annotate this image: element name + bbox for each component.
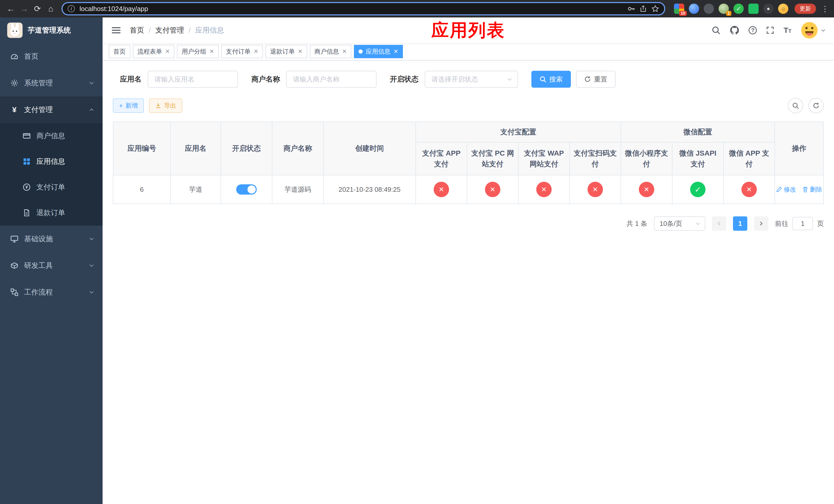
col-group-wechat: 微信配置 — [621, 122, 775, 142]
col-header-wx-app: 微信 APP 支付 — [723, 142, 775, 175]
share-icon[interactable] — [640, 5, 647, 12]
profile-badge: 1 — [726, 11, 731, 16]
alipay-pc-status-off-icon: ✕ — [485, 182, 500, 197]
url-text[interactable]: localhost:1024/pay/app — [80, 5, 623, 13]
cell-id: 6 — [113, 175, 171, 204]
sidebar-item-app-info[interactable]: 应用信息 — [0, 149, 103, 174]
cell-created: 2021-10-23 08:49:25 — [323, 175, 416, 204]
extension-pin-icon[interactable]: ● — [763, 4, 773, 14]
page-size-select[interactable]: 10条/页 — [654, 216, 705, 231]
search-icon[interactable] — [712, 26, 720, 35]
font-size-icon[interactable]: TT — [784, 26, 791, 35]
github-icon[interactable] — [730, 25, 739, 35]
sidebar-item-refund-order[interactable]: 退款订单 — [0, 200, 103, 226]
tag-home[interactable]: 首页 — [109, 45, 130, 58]
sidebar-item-pay-order[interactable]: 支付订单 — [0, 174, 103, 200]
sidebar-item-label: 系统管理 — [24, 78, 53, 88]
delete-button[interactable]: 删除 — [802, 185, 822, 193]
dashboard-icon — [10, 52, 19, 61]
total-count: 共 1 条 — [627, 219, 647, 228]
fullscreen-icon[interactable] — [766, 26, 774, 35]
bank-card-icon — [23, 132, 31, 140]
add-button[interactable]: + 新增 — [113, 98, 144, 113]
search-button[interactable]: 搜索 — [531, 71, 571, 88]
tag-refund-order[interactable]: 退款订单✕ — [265, 45, 307, 58]
toolbox-icon — [10, 261, 19, 270]
extension-dark-icon[interactable] — [704, 4, 714, 14]
next-page-button[interactable] — [754, 216, 768, 231]
alipay-app-status-off-icon: ✕ — [434, 182, 449, 197]
close-icon[interactable]: ✕ — [393, 49, 398, 54]
col-header-name: 应用名 — [171, 122, 221, 175]
reset-button[interactable]: 重置 — [576, 71, 615, 88]
wx-app-status-off-icon: ✕ — [741, 182, 757, 197]
col-group-alipay: 支付宝配置 — [416, 122, 621, 142]
browser-update-button[interactable]: 更新 — [794, 4, 816, 14]
sidebar-menu: 首页 系统管理 ¥ 支付管理 — [0, 43, 103, 305]
navbar-actions: ? TT — [712, 22, 826, 39]
extension-drop-icon[interactable] — [689, 4, 699, 14]
current-page-button[interactable]: 1 — [733, 216, 747, 231]
sidebar: 芋道管理系统 首页 系统管理 — [0, 18, 103, 504]
merchant-name-input[interactable] — [286, 71, 376, 88]
sidebar-item-label: 基础设施 — [24, 234, 53, 244]
tag-app-info[interactable]: 应用信息✕ — [354, 45, 403, 58]
tag-process-form[interactable]: 流程表单✕ — [133, 45, 174, 58]
forward-icon[interactable]: → — [18, 2, 31, 15]
extension-check-icon[interactable]: ✓ — [733, 4, 744, 14]
tag-pay-order[interactable]: 支付订单✕ — [221, 45, 263, 58]
main-area: 首页 / 支付管理 / 应用信息 应用列表 ? — [103, 18, 834, 504]
key-icon[interactable] — [627, 5, 635, 13]
status-select[interactable]: 请选择开启状态 — [425, 71, 518, 88]
extension-avatar-icon[interactable]: 1 — [719, 4, 729, 14]
close-icon[interactable]: ✕ — [209, 49, 214, 54]
col-header-wx-jsapi: 微信 JSAPI 支付 — [672, 142, 723, 175]
col-header-status: 开启状态 — [221, 122, 272, 175]
col-header-created: 创建时间 — [323, 122, 416, 175]
user-menu[interactable] — [801, 22, 826, 39]
sidebar-item-home[interactable]: 首页 — [0, 43, 103, 70]
toggle-search-button[interactable] — [788, 98, 803, 113]
extension-face-icon[interactable]: ☺ — [778, 4, 788, 14]
breadcrumb-current: 应用信息 — [195, 25, 224, 35]
extension-green-square-icon[interactable] — [748, 4, 759, 14]
bookmark-star-icon[interactable] — [652, 5, 659, 13]
wx-mini-status-off-icon: ✕ — [639, 182, 654, 197]
sidebar-item-payment[interactable]: ¥ 支付管理 — [0, 96, 103, 123]
sidebar-logo[interactable]: 芋道管理系统 — [0, 18, 103, 43]
close-icon[interactable]: ✕ — [165, 49, 170, 54]
breadcrumb: 首页 / 支付管理 / 应用信息 — [130, 25, 224, 35]
help-icon[interactable]: ? — [749, 26, 757, 35]
sidebar-item-devtools[interactable]: 研发工具 — [0, 252, 103, 279]
status-toggle[interactable] — [236, 184, 257, 194]
reload-icon[interactable]: ⟳ — [31, 2, 44, 15]
breadcrumb-payment[interactable]: 支付管理 — [155, 25, 184, 35]
sidebar-item-label: 支付管理 — [24, 105, 53, 115]
sidebar-item-merchant-info[interactable]: 商户信息 — [0, 123, 103, 149]
edit-button[interactable]: 修改 — [776, 185, 796, 193]
goto-page-input[interactable] — [792, 217, 813, 230]
breadcrumb-separator: / — [149, 26, 151, 35]
home-icon[interactable]: ⌂ — [44, 2, 58, 15]
col-header-id: 应用编号 — [113, 122, 171, 175]
breadcrumb-home[interactable]: 首页 — [130, 25, 144, 35]
close-icon[interactable]: ✕ — [342, 49, 347, 54]
extension-grid-icon[interactable]: 10 — [674, 4, 684, 14]
prev-page-button[interactable] — [712, 216, 726, 231]
sidebar-item-workflow[interactable]: 工作流程 — [0, 279, 103, 305]
user-avatar — [801, 22, 818, 39]
sidebar-toggle-icon[interactable] — [111, 25, 122, 36]
export-button[interactable]: 导出 — [149, 98, 182, 113]
browser-menu-icon[interactable]: ⋮ — [821, 4, 829, 13]
app-name-input[interactable] — [148, 71, 238, 88]
back-icon[interactable]: ← — [4, 2, 18, 15]
close-icon[interactable]: ✕ — [298, 49, 302, 54]
address-bar[interactable]: i localhost:1024/pay/app — [62, 2, 665, 15]
sidebar-item-system[interactable]: 系统管理 — [0, 70, 103, 96]
tag-merchant-info[interactable]: 商户信息✕ — [310, 45, 351, 58]
sidebar-item-infra[interactable]: 基础设施 — [0, 226, 103, 252]
site-info-icon[interactable]: i — [68, 5, 75, 12]
refresh-button[interactable] — [808, 98, 824, 113]
tag-user-group[interactable]: 用户分组✕ — [177, 45, 219, 58]
close-icon[interactable]: ✕ — [254, 49, 258, 54]
